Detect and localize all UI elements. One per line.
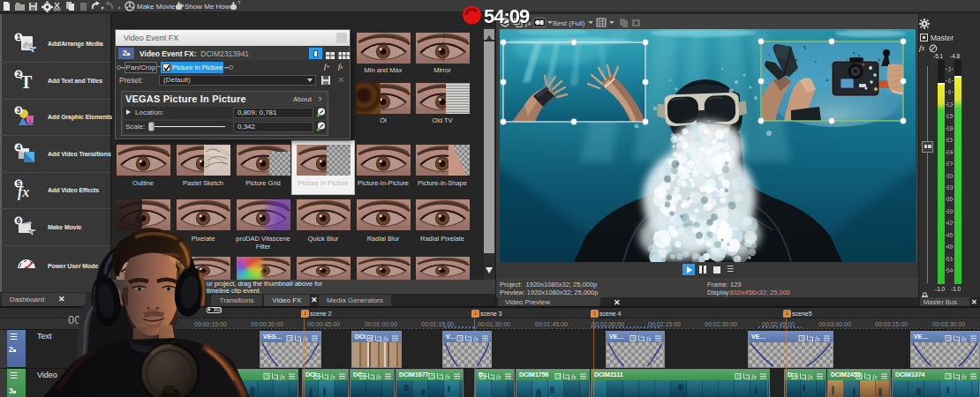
- svg-text:5: 5: [17, 179, 21, 188]
- svg-text:?: ?: [237, 0, 241, 5]
- svg-text:Make Movie: Make Movie: [137, 3, 176, 11]
- svg-text:3: 3: [17, 106, 21, 115]
- svg-text:Show Me How: Show Me How: [185, 3, 230, 11]
- svg-text:1: 1: [17, 33, 21, 41]
- svg-text:54:09: 54:09: [484, 5, 530, 27]
- svg-text:6: 6: [17, 216, 21, 225]
- svg-text:4: 4: [17, 143, 21, 152]
- svg-text:Best (Full): Best (Full): [553, 19, 585, 27]
- svg-text:2: 2: [17, 70, 21, 79]
